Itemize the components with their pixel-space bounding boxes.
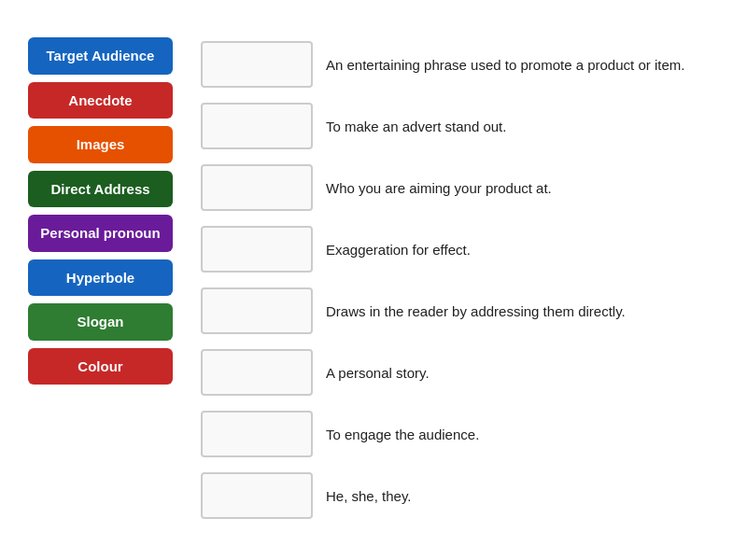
definition-row: Who you are aiming your product at.	[201, 161, 719, 215]
definition-row: He, she, they.	[201, 469, 719, 523]
drop-box[interactable]	[201, 472, 313, 519]
definition-row: Exaggeration for effect.	[201, 222, 719, 276]
definition-text: A personal story.	[326, 363, 430, 383]
definition-text: Who you are aiming your product at.	[326, 178, 552, 198]
term-button-slogan[interactable]: Slogan	[28, 303, 173, 341]
drop-box[interactable]	[201, 103, 313, 149]
definition-text: Exaggeration for effect.	[326, 240, 471, 259]
definitions-column: An entertaining phrase used to promote a…	[201, 37, 719, 523]
term-button-anecdote[interactable]: Anecdote	[28, 82, 173, 119]
definition-text: An entertaining phrase used to promote a…	[326, 55, 684, 75]
drop-box[interactable]	[201, 41, 313, 88]
definition-text: To make an advert stand out.	[326, 117, 506, 136]
definition-row: An entertaining phrase used to promote a…	[201, 37, 719, 91]
drop-box[interactable]	[201, 226, 313, 273]
term-button-hyperbole[interactable]: Hyperbole	[28, 259, 173, 297]
definition-row: Draws in the reader by addressing them d…	[201, 284, 719, 338]
term-button-images[interactable]: Images	[28, 126, 173, 163]
term-button-personal-pronoun[interactable]: Personal pronoun	[28, 215, 173, 252]
definition-text: To engage the audience.	[326, 425, 479, 444]
term-button-target-audience[interactable]: Target Audience	[28, 37, 173, 75]
term-button-colour[interactable]: Colour	[28, 348, 173, 385]
term-button-direct-address[interactable]: Direct Address	[28, 171, 173, 208]
main-container: Target AudienceAnecdoteImagesDirect Addr…	[0, 0, 747, 560]
drop-box[interactable]	[201, 164, 313, 211]
definition-row: To make an advert stand out.	[201, 99, 719, 153]
definition-text: He, she, they.	[326, 486, 411, 506]
terms-column: Target AudienceAnecdoteImagesDirect Addr…	[28, 37, 173, 523]
definition-text: Draws in the reader by addressing them d…	[326, 301, 626, 321]
definition-row: To engage the audience.	[201, 407, 719, 461]
drop-box[interactable]	[201, 349, 313, 396]
drop-box[interactable]	[201, 287, 313, 334]
definition-row: A personal story.	[201, 345, 719, 399]
drop-box[interactable]	[201, 411, 313, 457]
